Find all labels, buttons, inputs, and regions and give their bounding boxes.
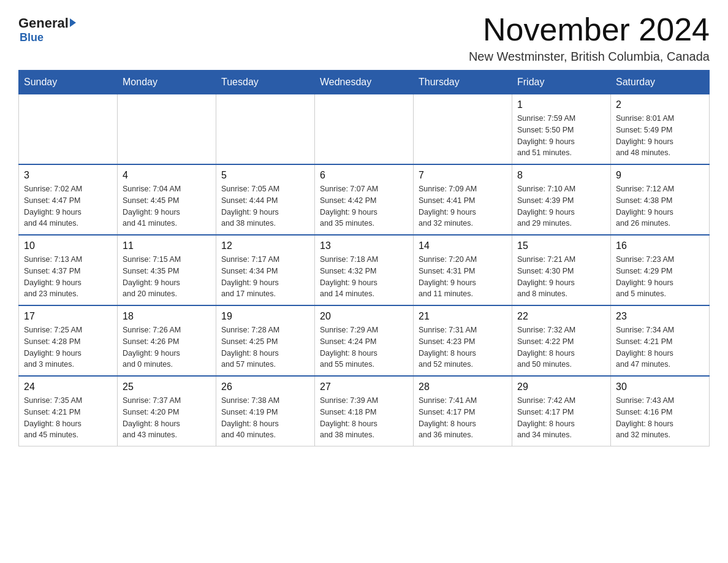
day-info: Sunrise: 7:09 AM Sunset: 4:41 PM Dayligh… — [419, 183, 507, 229]
calendar-cell-w2-d3: 13Sunrise: 7:18 AM Sunset: 4:32 PM Dayli… — [315, 235, 414, 305]
day-number: 2 — [616, 99, 704, 110]
calendar-cell-w4-d0: 24Sunrise: 7:35 AM Sunset: 4:21 PM Dayli… — [19, 376, 118, 446]
logo-triangle-icon — [70, 18, 76, 27]
day-number: 7 — [419, 170, 507, 181]
calendar-cell-w0-d3 — [315, 94, 414, 165]
day-number: 1 — [517, 99, 605, 110]
calendar-cell-w4-d1: 25Sunrise: 7:37 AM Sunset: 4:20 PM Dayli… — [118, 376, 216, 446]
calendar-cell-w4-d2: 26Sunrise: 7:38 AM Sunset: 4:19 PM Dayli… — [216, 376, 315, 446]
calendar-table: Sunday Monday Tuesday Wednesday Thursday… — [18, 70, 710, 446]
day-info: Sunrise: 7:07 AM Sunset: 4:42 PM Dayligh… — [320, 183, 408, 229]
logo-blue-label: Blue — [20, 31, 44, 44]
header-thursday: Thursday — [414, 71, 512, 94]
calendar-cell-w2-d4: 14Sunrise: 7:20 AM Sunset: 4:31 PM Dayli… — [414, 235, 512, 305]
day-number: 29 — [517, 381, 605, 393]
day-info: Sunrise: 7:02 AM Sunset: 4:47 PM Dayligh… — [24, 183, 112, 229]
calendar-cell-w0-d4 — [414, 94, 512, 165]
day-number: 9 — [616, 170, 704, 181]
day-info: Sunrise: 7:04 AM Sunset: 4:45 PM Dayligh… — [123, 183, 211, 229]
day-number: 8 — [517, 170, 605, 181]
page-title: November 2024 — [469, 12, 710, 47]
day-info: Sunrise: 7:10 AM Sunset: 4:39 PM Dayligh… — [517, 183, 605, 229]
day-info: Sunrise: 7:12 AM Sunset: 4:38 PM Dayligh… — [616, 183, 704, 229]
calendar-cell-w1-d2: 5Sunrise: 7:05 AM Sunset: 4:44 PM Daylig… — [216, 164, 315, 235]
day-info: Sunrise: 7:29 AM Sunset: 4:24 PM Dayligh… — [320, 324, 408, 370]
day-info: Sunrise: 7:59 AM Sunset: 5:50 PM Dayligh… — [517, 113, 605, 159]
day-number: 26 — [221, 381, 309, 393]
calendar-cell-w1-d0: 3Sunrise: 7:02 AM Sunset: 4:47 PM Daylig… — [19, 164, 118, 235]
day-number: 30 — [616, 381, 704, 393]
calendar-cell-w4-d4: 28Sunrise: 7:41 AM Sunset: 4:17 PM Dayli… — [414, 376, 512, 446]
day-info: Sunrise: 7:35 AM Sunset: 4:21 PM Dayligh… — [24, 395, 112, 441]
day-info: Sunrise: 7:43 AM Sunset: 4:16 PM Dayligh… — [616, 395, 704, 441]
header-sunday: Sunday — [19, 71, 118, 94]
calendar-cell-w4-d6: 30Sunrise: 7:43 AM Sunset: 4:16 PM Dayli… — [611, 376, 710, 446]
day-info: Sunrise: 7:34 AM Sunset: 4:21 PM Dayligh… — [616, 324, 704, 370]
calendar-cell-w3-d4: 21Sunrise: 7:31 AM Sunset: 4:23 PM Dayli… — [414, 305, 512, 376]
day-info: Sunrise: 7:17 AM Sunset: 4:34 PM Dayligh… — [221, 254, 309, 300]
day-number: 12 — [221, 240, 309, 251]
day-info: Sunrise: 7:15 AM Sunset: 4:35 PM Dayligh… — [123, 254, 211, 300]
day-number: 15 — [517, 240, 605, 251]
day-info: Sunrise: 7:26 AM Sunset: 4:26 PM Dayligh… — [123, 324, 211, 370]
header-tuesday: Tuesday — [216, 71, 315, 94]
page-subtitle: New Westminster, British Columbia, Canad… — [469, 50, 710, 64]
header-monday: Monday — [118, 71, 216, 94]
week-row-4: 24Sunrise: 7:35 AM Sunset: 4:21 PM Dayli… — [19, 376, 710, 446]
week-row-0: 1Sunrise: 7:59 AM Sunset: 5:50 PM Daylig… — [19, 94, 710, 165]
calendar-cell-w2-d2: 12Sunrise: 7:17 AM Sunset: 4:34 PM Dayli… — [216, 235, 315, 305]
day-info: Sunrise: 7:20 AM Sunset: 4:31 PM Dayligh… — [419, 254, 507, 300]
calendar-cell-w4-d5: 29Sunrise: 7:42 AM Sunset: 4:17 PM Dayli… — [512, 376, 611, 446]
day-number: 25 — [123, 381, 211, 393]
day-info: Sunrise: 7:28 AM Sunset: 4:25 PM Dayligh… — [221, 324, 309, 370]
logo-general-text: General — [18, 15, 76, 31]
calendar-cell-w0-d5: 1Sunrise: 7:59 AM Sunset: 5:50 PM Daylig… — [512, 94, 611, 165]
day-number: 3 — [24, 170, 112, 181]
calendar-cell-w3-d0: 17Sunrise: 7:25 AM Sunset: 4:28 PM Dayli… — [19, 305, 118, 376]
day-number: 23 — [616, 311, 704, 322]
day-info: Sunrise: 8:01 AM Sunset: 5:49 PM Dayligh… — [616, 113, 704, 159]
calendar-cell-w3-d5: 22Sunrise: 7:32 AM Sunset: 4:22 PM Dayli… — [512, 305, 611, 376]
calendar-cell-w2-d0: 10Sunrise: 7:13 AM Sunset: 4:37 PM Dayli… — [19, 235, 118, 305]
calendar-cell-w3-d1: 18Sunrise: 7:26 AM Sunset: 4:26 PM Dayli… — [118, 305, 216, 376]
day-info: Sunrise: 7:32 AM Sunset: 4:22 PM Dayligh… — [517, 324, 605, 370]
calendar-cell-w3-d3: 20Sunrise: 7:29 AM Sunset: 4:24 PM Dayli… — [315, 305, 414, 376]
day-info: Sunrise: 7:38 AM Sunset: 4:19 PM Dayligh… — [221, 395, 309, 441]
week-row-1: 3Sunrise: 7:02 AM Sunset: 4:47 PM Daylig… — [19, 164, 710, 235]
day-number: 28 — [419, 381, 507, 393]
calendar-cell-w0-d2 — [216, 94, 315, 165]
day-info: Sunrise: 7:39 AM Sunset: 4:18 PM Dayligh… — [320, 395, 408, 441]
calendar-cell-w3-d2: 19Sunrise: 7:28 AM Sunset: 4:25 PM Dayli… — [216, 305, 315, 376]
calendar-cell-w1-d6: 9Sunrise: 7:12 AM Sunset: 4:38 PM Daylig… — [611, 164, 710, 235]
day-number: 10 — [24, 240, 112, 251]
day-info: Sunrise: 7:31 AM Sunset: 4:23 PM Dayligh… — [419, 324, 507, 370]
day-number: 5 — [221, 170, 309, 181]
day-number: 22 — [517, 311, 605, 322]
day-number: 21 — [419, 311, 507, 322]
logo-general-label: General — [18, 15, 69, 31]
day-number: 13 — [320, 240, 408, 251]
day-number: 19 — [221, 311, 309, 322]
weekday-header-row: Sunday Monday Tuesday Wednesday Thursday… — [19, 71, 710, 94]
week-row-3: 17Sunrise: 7:25 AM Sunset: 4:28 PM Dayli… — [19, 305, 710, 376]
day-info: Sunrise: 7:21 AM Sunset: 4:30 PM Dayligh… — [517, 254, 605, 300]
day-info: Sunrise: 7:25 AM Sunset: 4:28 PM Dayligh… — [24, 324, 112, 370]
page-header: General Blue November 2024 New Westminst… — [18, 12, 710, 64]
day-number: 20 — [320, 311, 408, 322]
calendar-cell-w1-d3: 6Sunrise: 7:07 AM Sunset: 4:42 PM Daylig… — [315, 164, 414, 235]
day-number: 27 — [320, 381, 408, 393]
day-info: Sunrise: 7:42 AM Sunset: 4:17 PM Dayligh… — [517, 395, 605, 441]
day-number: 16 — [616, 240, 704, 251]
calendar-cell-w0-d0 — [19, 94, 118, 165]
day-info: Sunrise: 7:13 AM Sunset: 4:37 PM Dayligh… — [24, 254, 112, 300]
day-number: 24 — [24, 381, 112, 393]
header-wednesday: Wednesday — [315, 71, 414, 94]
day-info: Sunrise: 7:05 AM Sunset: 4:44 PM Dayligh… — [221, 183, 309, 229]
day-info: Sunrise: 7:41 AM Sunset: 4:17 PM Dayligh… — [419, 395, 507, 441]
calendar-cell-w1-d4: 7Sunrise: 7:09 AM Sunset: 4:41 PM Daylig… — [414, 164, 512, 235]
day-number: 18 — [123, 311, 211, 322]
day-number: 14 — [419, 240, 507, 251]
title-area: November 2024 New Westminster, British C… — [469, 12, 710, 64]
calendar-cell-w2-d6: 16Sunrise: 7:23 AM Sunset: 4:29 PM Dayli… — [611, 235, 710, 305]
calendar-cell-w3-d6: 23Sunrise: 7:34 AM Sunset: 4:21 PM Dayli… — [611, 305, 710, 376]
